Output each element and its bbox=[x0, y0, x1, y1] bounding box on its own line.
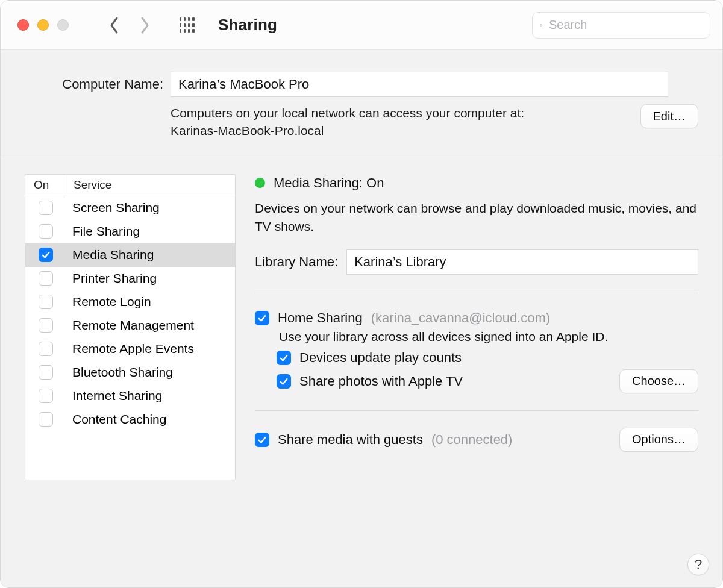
edit-hostname-button[interactable]: Edit… bbox=[640, 104, 698, 128]
divider bbox=[255, 410, 698, 411]
service-toggle-checkbox[interactable] bbox=[39, 389, 53, 403]
minimize-window-button[interactable] bbox=[37, 19, 49, 31]
svg-line-1 bbox=[542, 25, 542, 26]
service-row-bluetooth-sharing[interactable]: Bluetooth Sharing bbox=[25, 361, 235, 384]
service-name-label: Screen Sharing bbox=[66, 201, 235, 215]
service-row-media-sharing[interactable]: Media Sharing bbox=[25, 243, 235, 267]
computer-name-input[interactable] bbox=[171, 72, 668, 97]
service-status-title: Media Sharing: On bbox=[274, 175, 384, 191]
computer-name-label: Computer Name: bbox=[37, 77, 171, 92]
search-field-wrap[interactable] bbox=[532, 12, 710, 39]
column-header-service[interactable]: Service bbox=[66, 175, 235, 196]
status-indicator-icon bbox=[255, 178, 265, 188]
home-sharing-account: (karina_cavanna@icloud.com) bbox=[371, 310, 550, 326]
library-name-input[interactable] bbox=[346, 249, 698, 275]
show-all-preferences-button[interactable] bbox=[175, 13, 199, 37]
service-row-screen-sharing[interactable]: Screen Sharing bbox=[25, 196, 235, 220]
service-toggle-checkbox[interactable] bbox=[39, 295, 53, 309]
content-area: Computer Name: Computers on your local n… bbox=[1, 50, 722, 587]
devices-update-play-counts-label: Devices update play counts bbox=[299, 350, 462, 366]
service-detail-pane: Media Sharing: On Devices on your networ… bbox=[255, 174, 698, 455]
checkmark-icon bbox=[257, 313, 268, 324]
window-controls bbox=[17, 19, 69, 31]
service-toggle-checkbox[interactable] bbox=[39, 224, 53, 239]
close-window-button[interactable] bbox=[17, 19, 29, 31]
service-toggle-checkbox[interactable] bbox=[39, 318, 53, 333]
library-name-label: Library Name: bbox=[255, 254, 338, 270]
service-name-label: Media Sharing bbox=[66, 248, 235, 262]
service-row-internet-sharing[interactable]: Internet Sharing bbox=[25, 384, 235, 408]
checkmark-icon bbox=[257, 434, 268, 445]
service-name-label: Content Caching bbox=[66, 412, 235, 427]
choose-photos-button[interactable]: Choose… bbox=[619, 369, 698, 393]
services-table: On Service Screen SharingFile SharingMed… bbox=[25, 174, 236, 480]
service-name-label: Remote Login bbox=[66, 295, 235, 309]
service-toggle-checkbox[interactable] bbox=[39, 271, 53, 286]
checkmark-icon bbox=[40, 249, 51, 260]
services-table-header: On Service bbox=[25, 175, 235, 196]
service-toggle-checkbox[interactable] bbox=[39, 342, 53, 356]
home-sharing-section: Home Sharing (karina_cavanna@icloud.com)… bbox=[255, 307, 698, 397]
computer-name-description: Computers on your local network can acce… bbox=[171, 104, 524, 140]
apps-grid-icon bbox=[180, 17, 195, 33]
service-row-remote-login[interactable]: Remote Login bbox=[25, 290, 235, 314]
service-name-label: Internet Sharing bbox=[66, 389, 235, 403]
svg-point-0 bbox=[540, 24, 542, 26]
service-name-label: File Sharing bbox=[66, 224, 235, 239]
chevron-right-icon bbox=[139, 16, 150, 34]
zoom-window-button[interactable] bbox=[57, 19, 69, 31]
divider bbox=[255, 293, 698, 293]
search-icon bbox=[540, 19, 543, 32]
computer-name-section: Computer Name: Computers on your local n… bbox=[1, 50, 722, 157]
service-row-content-caching[interactable]: Content Caching bbox=[25, 408, 235, 431]
chevron-left-icon bbox=[109, 16, 120, 34]
service-row-remote-apple-events[interactable]: Remote Apple Events bbox=[25, 337, 235, 361]
help-button[interactable]: ? bbox=[687, 554, 709, 575]
back-button[interactable] bbox=[102, 13, 127, 37]
sharing-preferences-window: Sharing Computer Name: Computers on your… bbox=[0, 0, 723, 588]
toolbar: Sharing bbox=[1, 1, 722, 50]
service-name-label: Bluetooth Sharing bbox=[66, 365, 235, 380]
share-photos-apple-tv-checkbox[interactable] bbox=[277, 374, 291, 389]
checkmark-icon bbox=[278, 352, 289, 363]
pane-title: Sharing bbox=[218, 16, 277, 34]
guests-connected-count: (0 connected) bbox=[431, 432, 513, 448]
service-toggle-checkbox[interactable] bbox=[39, 365, 53, 380]
service-status-description: Devices on your network can browse and p… bbox=[255, 199, 698, 236]
home-sharing-checkbox[interactable] bbox=[255, 311, 269, 325]
home-sharing-label: Home Sharing bbox=[278, 310, 363, 326]
service-name-label: Printer Sharing bbox=[66, 271, 235, 286]
service-toggle-checkbox[interactable] bbox=[39, 201, 53, 215]
share-with-guests-label: Share media with guests bbox=[278, 432, 423, 448]
service-row-printer-sharing[interactable]: Printer Sharing bbox=[25, 267, 235, 290]
guest-options-button[interactable]: Options… bbox=[619, 428, 698, 452]
checkmark-icon bbox=[278, 376, 289, 387]
service-name-label: Remote Apple Events bbox=[66, 342, 235, 356]
forward-button[interactable] bbox=[133, 13, 157, 37]
share-photos-apple-tv-label: Share photos with Apple TV bbox=[299, 374, 463, 389]
service-row-remote-management[interactable]: Remote Management bbox=[25, 314, 235, 337]
devices-update-play-counts-checkbox[interactable] bbox=[277, 351, 291, 365]
column-header-on[interactable]: On bbox=[25, 175, 66, 196]
search-input[interactable] bbox=[548, 17, 703, 33]
service-name-label: Remote Management bbox=[66, 318, 235, 333]
home-sharing-description: Use your library across all devices sign… bbox=[279, 330, 698, 344]
service-toggle-checkbox[interactable] bbox=[39, 412, 53, 427]
share-with-guests-checkbox[interactable] bbox=[255, 433, 269, 447]
service-toggle-checkbox[interactable] bbox=[39, 248, 53, 262]
share-with-guests-section: Share media with guests (0 connected) Op… bbox=[255, 428, 698, 452]
main-area: On Service Screen SharingFile SharingMed… bbox=[1, 157, 722, 587]
service-row-file-sharing[interactable]: File Sharing bbox=[25, 220, 235, 243]
